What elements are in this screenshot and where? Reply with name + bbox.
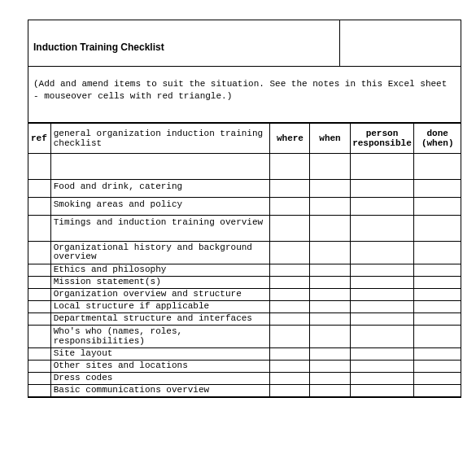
empty-cell xyxy=(270,276,310,288)
checklist-item: Ethics and philosophy xyxy=(50,264,270,276)
empty-cell xyxy=(310,179,350,197)
empty-cell xyxy=(28,241,51,264)
table-row: Other sites and locations xyxy=(28,361,461,373)
empty-cell xyxy=(310,325,350,347)
empty-cell xyxy=(310,385,350,397)
table-row: Site layout xyxy=(28,348,461,361)
empty-cell xyxy=(28,325,51,347)
checklist-item xyxy=(50,153,270,179)
empty-cell xyxy=(414,373,461,385)
empty-cell xyxy=(310,264,350,276)
empty-cell xyxy=(310,215,350,241)
empty-cell xyxy=(350,179,414,197)
empty-cell xyxy=(28,215,51,241)
empty-cell xyxy=(28,385,51,397)
empty-cell xyxy=(414,325,461,347)
empty-cell xyxy=(28,288,51,300)
empty-cell xyxy=(414,361,461,373)
checklist-item: Who's who (names, roles, responsibilitie… xyxy=(50,325,270,347)
empty-cell xyxy=(270,361,310,373)
checklist-item: Other sites and locations xyxy=(50,361,270,373)
page: Induction Training Checklist (Add and am… xyxy=(0,0,476,472)
document-title: Induction Training Checklist xyxy=(28,20,340,66)
empty-cell xyxy=(414,197,461,215)
empty-cell xyxy=(270,312,310,325)
empty-cell xyxy=(310,153,350,179)
checklist-body: Food and drink, cateringSmoking areas an… xyxy=(28,153,461,396)
table-row: Dress codes xyxy=(28,373,461,385)
empty-cell xyxy=(270,385,310,397)
empty-cell xyxy=(28,276,51,288)
empty-cell xyxy=(414,300,461,312)
empty-cell xyxy=(350,241,414,264)
checklist-item: Dress codes xyxy=(50,373,270,385)
table-row: Organization overview and structure xyxy=(28,288,461,300)
empty-cell xyxy=(414,215,461,241)
empty-cell xyxy=(350,325,414,347)
empty-cell xyxy=(270,153,310,179)
instruction-note: (Add and amend items to suit the situati… xyxy=(28,67,461,123)
checklist-item: Departmental structure and interfaces xyxy=(50,312,270,325)
empty-cell xyxy=(28,179,51,197)
empty-cell xyxy=(350,197,414,215)
empty-cell xyxy=(414,348,461,361)
empty-cell xyxy=(310,373,350,385)
title-spacer xyxy=(340,20,461,66)
document-frame: Induction Training Checklist (Add and am… xyxy=(28,20,461,398)
empty-cell xyxy=(310,241,350,264)
empty-cell xyxy=(414,288,461,300)
empty-cell xyxy=(270,264,310,276)
col-when: when xyxy=(310,123,350,153)
empty-cell xyxy=(28,373,51,385)
empty-cell xyxy=(28,361,51,373)
table-row: Who's who (names, roles, responsibilitie… xyxy=(28,325,461,347)
checklist-item: Timings and induction training overview xyxy=(50,215,270,241)
table-row: Mission statement(s) xyxy=(28,276,461,288)
table-row: Departmental structure and interfaces xyxy=(28,312,461,325)
empty-cell xyxy=(350,348,414,361)
empty-cell xyxy=(270,325,310,347)
empty-cell xyxy=(28,312,51,325)
checklist-item: Local structure if applicable xyxy=(50,300,270,312)
checklist-item: Food and drink, catering xyxy=(50,179,270,197)
empty-cell xyxy=(28,348,51,361)
empty-cell xyxy=(350,288,414,300)
empty-cell xyxy=(310,288,350,300)
checklist-item: Site layout xyxy=(50,348,270,361)
empty-cell xyxy=(310,361,350,373)
empty-cell xyxy=(350,153,414,179)
empty-cell xyxy=(350,312,414,325)
empty-cell xyxy=(270,215,310,241)
empty-cell xyxy=(350,276,414,288)
empty-cell xyxy=(310,348,350,361)
empty-cell xyxy=(28,153,51,179)
empty-cell xyxy=(414,179,461,197)
empty-cell xyxy=(414,312,461,325)
empty-cell xyxy=(414,241,461,264)
table-row: Organizational history and background ov… xyxy=(28,241,461,264)
empty-cell xyxy=(310,197,350,215)
empty-cell xyxy=(28,264,51,276)
title-row: Induction Training Checklist xyxy=(28,20,461,67)
empty-cell xyxy=(270,197,310,215)
empty-cell xyxy=(270,348,310,361)
empty-cell xyxy=(270,288,310,300)
table-row: Local structure if applicable xyxy=(28,300,461,312)
empty-cell xyxy=(28,197,51,215)
empty-cell xyxy=(414,153,461,179)
col-person: person responsible xyxy=(350,123,414,153)
header-row: ref general organization induction train… xyxy=(28,123,461,153)
checklist-item: Organizational history and background ov… xyxy=(50,241,270,264)
checklist-table: ref general organization induction train… xyxy=(28,123,461,397)
empty-cell xyxy=(350,300,414,312)
col-ref: ref xyxy=(28,123,51,153)
checklist-item: Basic communications overview xyxy=(50,385,270,397)
empty-cell xyxy=(350,361,414,373)
empty-cell xyxy=(270,373,310,385)
table-row: Basic communications overview xyxy=(28,385,461,397)
empty-cell xyxy=(310,276,350,288)
empty-cell xyxy=(270,300,310,312)
empty-cell xyxy=(310,300,350,312)
table-row: Ethics and philosophy xyxy=(28,264,461,276)
empty-cell xyxy=(28,300,51,312)
